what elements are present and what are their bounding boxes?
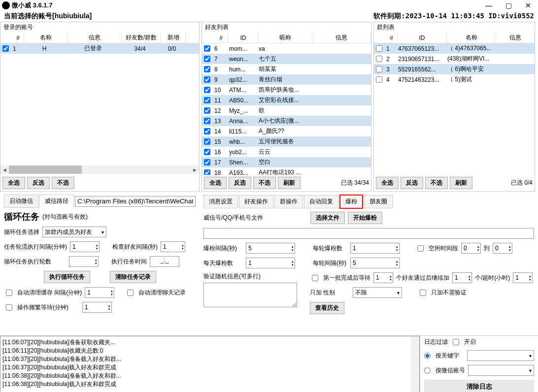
- friend-row[interactable]: 17Shen...空白: [202, 157, 371, 167]
- start-baofen-button[interactable]: 开始爆粉: [348, 212, 382, 224]
- exec-loop-button[interactable]: 执行循环任务: [44, 271, 90, 283]
- friend-row[interactable]: 13Anna...A小七供应(微...: [202, 116, 371, 126]
- friends-refresh[interactable]: 刷新: [278, 177, 301, 189]
- round-gap-input[interactable]: 5: [350, 258, 400, 268]
- log-line: [11:06:38][20][hubiubiula]准备载入好友和群...: [2, 372, 417, 380]
- group-row[interactable]: 1476370651​23...（ 4)47637065...: [374, 43, 535, 54]
- account-combo[interactable]: [468, 365, 534, 376]
- pass-count-input[interactable]: 1: [452, 272, 472, 283]
- groups-select-all[interactable]: 全选: [376, 177, 399, 189]
- friends-panel: 好友列表 # ID 昵称 信息 6mom...va7weon...七个五8hum…: [202, 22, 371, 192]
- group-row[interactable]: 2231906571​31...(438)湖畔网VI...: [374, 54, 535, 64]
- maximize-button[interactable]: ▢: [501, 1, 516, 10]
- current-account-label: 当前选择的账号[hubiubiula]: [4, 12, 92, 21]
- view-history-button[interactable]: 查看历史: [310, 302, 344, 314]
- log-line: [11:06:07][20][hubiubiula]准备获取收藏夹...: [2, 338, 417, 347]
- accounts-select-none[interactable]: 不选: [52, 177, 74, 189]
- friend-row[interactable]: 9qp32...青丝白烟: [202, 74, 371, 85]
- log-line: [11:06:37][20][hubiubiula]准备载入好友和群...: [2, 355, 417, 363]
- loop-rounds-input[interactable]: [69, 256, 99, 267]
- filter-by-keyword-radio[interactable]: [424, 353, 431, 359]
- friend-row[interactable]: 12Myz_...欲: [202, 105, 371, 116]
- friend-row[interactable]: 10ATM...凯蒂护肤美妆...: [202, 85, 371, 95]
- account-row[interactable]: 1H已登录34/40/0: [0, 43, 199, 54]
- status-header: 当前选择的账号[hubiubiula] 软件到期:2023-10-14 11:0…: [0, 11, 538, 22]
- accounts-header: # 名称 信息 好友数/群数 新增: [0, 33, 199, 43]
- friend-row[interactable]: 8hum...胡某某: [202, 64, 371, 74]
- friend-row[interactable]: 14li115...A_颜氏??: [202, 126, 371, 136]
- groups-refresh[interactable]: 刷新: [450, 177, 472, 189]
- idle-from-input[interactable]: 0: [461, 243, 481, 254]
- log-line: [11:06:37][20][hubiubiula]载入好友和群完成: [2, 363, 417, 372]
- log-vscroll[interactable]: [411, 336, 419, 392]
- auto-clear-chat-checkbox[interactable]: [127, 290, 134, 296]
- loop-title: 循环任务: [4, 211, 39, 223]
- friends-invert[interactable]: 反选: [229, 177, 251, 189]
- group-row[interactable]: 3552916556​2...（ 6)啊哈平安: [374, 64, 535, 74]
- auto-clear-cache-checkbox[interactable]: [6, 290, 12, 296]
- gender-select[interactable]: 不限: [353, 287, 402, 298]
- daily-input[interactable]: 1: [246, 258, 295, 268]
- friends-select-none[interactable]: 不选: [253, 177, 276, 189]
- cache-interval-input[interactable]: 1: [85, 287, 114, 298]
- log-filter-enable[interactable]: [453, 339, 459, 345]
- friends-select-all[interactable]: 全选: [204, 177, 227, 189]
- friend-row[interactable]: 7weon...七个五: [202, 54, 371, 64]
- idle-checkbox[interactable]: [417, 245, 424, 252]
- minimize-button[interactable]: —: [481, 1, 497, 10]
- first-wait-checkbox[interactable]: [312, 275, 318, 281]
- loop-time-input[interactable]: _:_: [150, 256, 179, 267]
- groups-select-none[interactable]: 不选: [425, 177, 448, 189]
- choose-file-button[interactable]: 选择文件: [310, 212, 345, 224]
- tab-wechat-path[interactable]: 威信路径: [39, 195, 74, 208]
- app-icon: [2, 1, 10, 9]
- tab-朋友圈[interactable]: 朋友圈: [364, 195, 393, 208]
- clear-log-button[interactable]: 清除日志: [424, 380, 534, 392]
- wechat-path-input[interactable]: [75, 196, 196, 207]
- keyword-combo[interactable]: [467, 350, 534, 361]
- no-verify-checkbox[interactable]: [420, 290, 426, 296]
- log-line: [11:06:38][20][hubiubiula]载入好友和群完成: [2, 380, 417, 389]
- tab-好友操作[interactable]: 好友操作: [239, 195, 273, 208]
- log-line: [11:06:11][20][hubiubiula]收藏夹总数:0: [2, 347, 417, 355]
- verify-textarea[interactable]: [203, 283, 297, 307]
- group-row[interactable]: 4475214632​23...（ 5)测试: [374, 74, 535, 85]
- close-button[interactable]: ✕: [520, 1, 536, 10]
- accounts-panel: 登录的账号 # 名称 信息 好友数/群数 新增 1H已登录34/40/0 ◀ ▶…: [0, 22, 200, 192]
- friend-row[interactable]: 18A193...AA打电话193 ...: [202, 167, 371, 175]
- idle-to-input[interactable]: 0: [493, 243, 512, 254]
- loop-task-select[interactable]: 加群内成员为好友: [42, 227, 106, 237]
- accounts-title: 登录的账号: [0, 22, 199, 33]
- tab-消息设置[interactable]: 消息设置: [203, 195, 238, 208]
- freq-wait-checkbox[interactable]: [6, 304, 12, 311]
- check-friend-interval[interactable]: 1: [161, 241, 185, 252]
- friends-title: 好友列表: [202, 22, 371, 33]
- tab-群操作[interactable]: 群操作: [274, 195, 303, 208]
- clear-task-record-button[interactable]: 清除任务记录: [110, 271, 156, 283]
- baofen-interval-input[interactable]: 5: [246, 243, 295, 254]
- tab-爆粉[interactable]: 爆粉: [339, 195, 363, 209]
- tab-start-wechat[interactable]: 启动微信: [4, 195, 38, 208]
- titlebar: 微小威 3.6.1.7 — ▢ ✕: [0, 0, 538, 11]
- timeout-input[interactable]: 1: [513, 272, 533, 283]
- groups-panel: 群列表 # ID 名称 信息 1476370651​23...（ 4)47637…: [373, 22, 535, 192]
- freq-wait-input[interactable]: 1: [82, 302, 112, 313]
- groups-invert[interactable]: 反选: [401, 177, 423, 189]
- accounts-hscroll[interactable]: ◀ ▶: [0, 165, 199, 174]
- friend-row[interactable]: 11AB50...艾密彩在线接...: [202, 95, 371, 105]
- friend-row[interactable]: 6mom...va: [202, 43, 371, 54]
- accounts-invert[interactable]: 反选: [27, 177, 50, 189]
- friends-selected-count: 已选 34/34: [341, 179, 369, 187]
- friend-row[interactable]: 16yub2...云云: [202, 147, 371, 157]
- per-round-input[interactable]: 1: [350, 243, 400, 254]
- loop-interval-input[interactable]: 1: [70, 241, 100, 252]
- accounts-select-all[interactable]: 全选: [2, 177, 25, 189]
- groups-selected-count: 已选 0/4: [511, 179, 533, 187]
- log-textarea[interactable]: [11:06:07][20][hubiubiula]准备获取收藏夹...[11:…: [0, 336, 420, 392]
- app-title: 微小威 3.6.1.7: [12, 1, 481, 10]
- filter-by-account-radio[interactable]: [424, 367, 431, 374]
- first-wait-input[interactable]: 1: [373, 272, 393, 283]
- file-path-input[interactable]: [203, 228, 534, 239]
- tab-自动回复[interactable]: 自动回复: [304, 195, 338, 208]
- friend-row[interactable]: 15whb...五河便民服务: [202, 136, 371, 147]
